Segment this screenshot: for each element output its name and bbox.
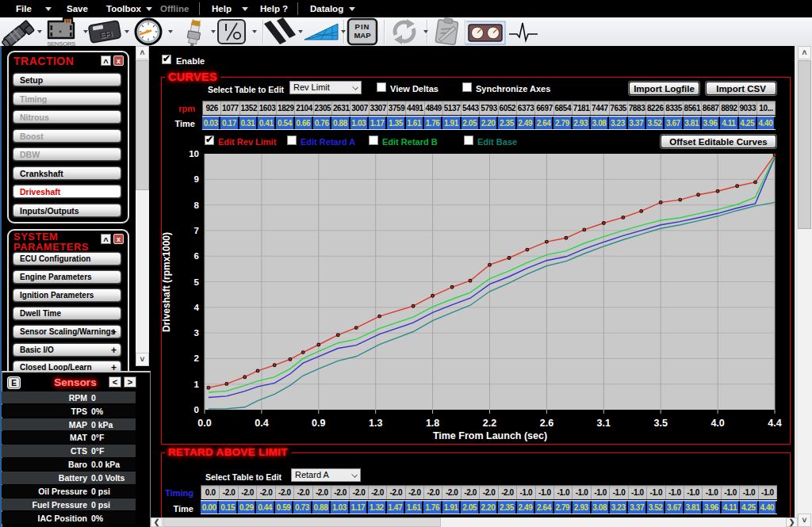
svg-text:2.2: 2.2	[483, 418, 496, 429]
svg-text:MAP: MAP	[354, 31, 371, 40]
svg-text:Time From Launch (sec): Time From Launch (sec)	[433, 430, 547, 441]
svg-text:0: 0	[194, 405, 199, 414]
svg-text:10: 10	[189, 149, 199, 158]
svg-text:1.3: 1.3	[369, 418, 382, 429]
svg-text:0.0: 0.0	[197, 418, 211, 429]
svg-text:2.6: 2.6	[540, 418, 553, 429]
svg-text:1.8: 1.8	[426, 418, 439, 429]
svg-text:7: 7	[194, 226, 199, 235]
svg-text:0.4: 0.4	[255, 418, 268, 429]
svg-text:4.0: 4.0	[710, 418, 724, 429]
svg-text:5: 5	[194, 277, 200, 287]
svg-text:4: 4	[194, 303, 200, 312]
svg-text:4.4: 4.4	[768, 418, 781, 429]
svg-text:3: 3	[194, 328, 199, 338]
svg-text:3.1: 3.1	[597, 418, 611, 429]
svg-text:6: 6	[194, 251, 199, 261]
svg-text:8: 8	[194, 200, 200, 210]
svg-text:3.5: 3.5	[654, 418, 668, 429]
svg-text:Driveshaft (rpmx1000): Driveshaft (rpmx1000)	[162, 232, 172, 332]
svg-text:2: 2	[194, 353, 199, 363]
svg-text:1: 1	[194, 380, 200, 389]
svg-text:9: 9	[194, 174, 199, 184]
svg-text:SENSORS: SENSORS	[47, 40, 76, 47]
svg-text:0.9: 0.9	[312, 418, 325, 429]
svg-text:PIN: PIN	[355, 22, 370, 31]
